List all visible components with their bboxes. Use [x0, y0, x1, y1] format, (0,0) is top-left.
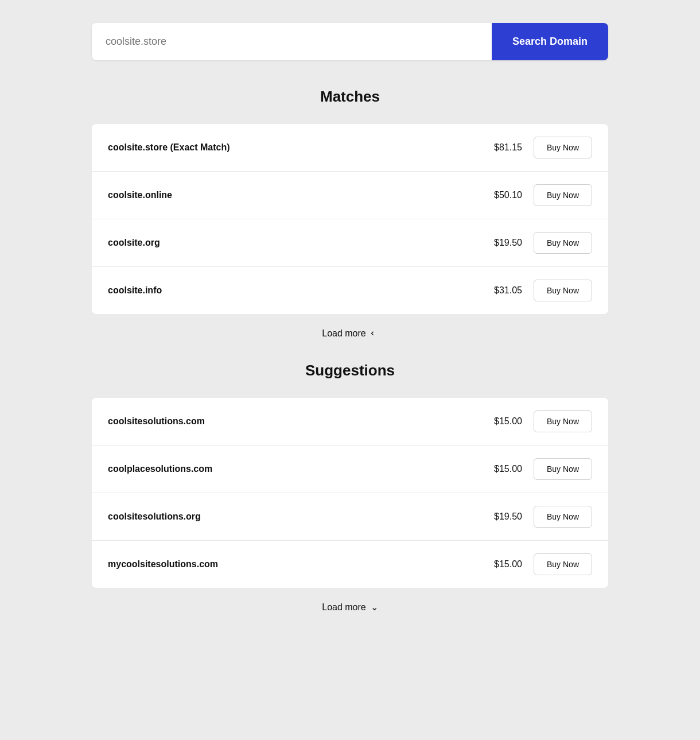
domain-right: $15.00 Buy Now [482, 458, 592, 480]
domain-price: $31.05 [482, 285, 522, 296]
suggestions-load-more-button[interactable]: Load more ⌄ [322, 602, 378, 613]
domain-price: $19.50 [482, 238, 522, 248]
domain-name: coolsitesolutions.com [108, 416, 205, 427]
domain-right: $31.05 Buy Now [482, 280, 592, 301]
search-domain-button[interactable]: Search Domain [492, 23, 608, 60]
table-row: coolsite.info $31.05 Buy Now [92, 267, 608, 314]
search-input[interactable] [92, 23, 492, 60]
domain-price: $15.00 [482, 559, 522, 569]
chevron-down-icon: ⌄ [369, 330, 380, 337]
page-container: Search Domain Matches coolsite.store (Ex… [92, 23, 608, 717]
domain-right: $81.15 Buy Now [482, 137, 592, 158]
domain-right: $15.00 Buy Now [482, 553, 592, 575]
buy-now-button[interactable]: Buy Now [534, 184, 592, 206]
suggestions-load-more-label: Load more [322, 602, 366, 613]
buy-now-button[interactable]: Buy Now [534, 280, 592, 301]
domain-price: $15.00 [482, 464, 522, 474]
domain-name: coolsite.store (Exact Match) [108, 142, 230, 153]
table-row: coolsite.org $19.50 Buy Now [92, 219, 608, 267]
table-row: mycoolsitesolutions.com $15.00 Buy Now [92, 541, 608, 588]
domain-right: $19.50 Buy Now [482, 232, 592, 254]
domain-name: coolplacesolutions.com [108, 464, 212, 474]
chevron-down-icon: ⌄ [371, 602, 378, 613]
domain-right: $19.50 Buy Now [482, 506, 592, 528]
matches-load-more-button[interactable]: Load more ⌄ [322, 328, 378, 339]
domain-name: coolsite.online [108, 190, 172, 200]
domain-price: $15.00 [482, 416, 522, 427]
buy-now-button[interactable]: Buy Now [534, 232, 592, 254]
domain-right: $15.00 Buy Now [482, 410, 592, 432]
domain-price: $81.15 [482, 142, 522, 153]
domain-price: $50.10 [482, 190, 522, 200]
domain-name: coolsite.info [108, 285, 162, 296]
table-row: coolsitesolutions.org $19.50 Buy Now [92, 493, 608, 541]
suggestions-results: coolsitesolutions.com $15.00 Buy Now coo… [92, 398, 608, 588]
domain-name: coolsite.org [108, 238, 160, 248]
table-row: coolsite.store (Exact Match) $81.15 Buy … [92, 124, 608, 172]
matches-load-more-container: Load more ⌄ [92, 328, 608, 339]
domain-name: mycoolsitesolutions.com [108, 559, 218, 569]
suggestions-load-more-container: Load more ⌄ [92, 602, 608, 613]
matches-results: coolsite.store (Exact Match) $81.15 Buy … [92, 124, 608, 314]
buy-now-button[interactable]: Buy Now [534, 410, 592, 432]
domain-price: $19.50 [482, 512, 522, 522]
domain-name: coolsitesolutions.org [108, 512, 201, 522]
buy-now-button[interactable]: Buy Now [534, 553, 592, 575]
matches-load-more-label: Load more [322, 328, 366, 339]
search-bar: Search Domain [92, 23, 608, 60]
domain-right: $50.10 Buy Now [482, 184, 592, 206]
buy-now-button[interactable]: Buy Now [534, 137, 592, 158]
table-row: coolsitesolutions.com $15.00 Buy Now [92, 398, 608, 445]
buy-now-button[interactable]: Buy Now [534, 506, 592, 528]
table-row: coolsite.online $50.10 Buy Now [92, 172, 608, 219]
buy-now-button[interactable]: Buy Now [534, 458, 592, 480]
table-row: coolplacesolutions.com $15.00 Buy Now [92, 445, 608, 493]
matches-title: Matches [92, 88, 608, 106]
suggestions-title: Suggestions [92, 362, 608, 379]
